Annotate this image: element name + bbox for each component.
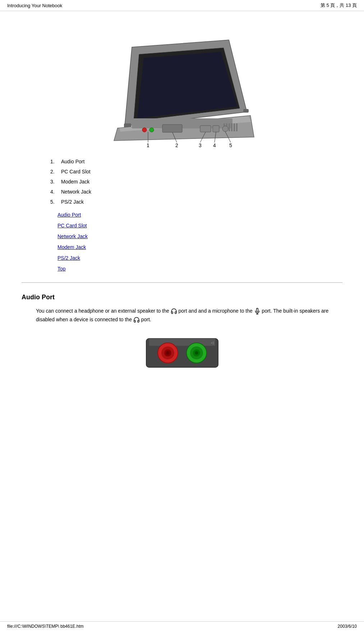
svg-point-9: [142, 128, 147, 132]
svg-text:1: 1: [147, 142, 149, 148]
item-num-5: 5.: [50, 199, 61, 205]
callout-numbers: 1 2 3 4 5: [147, 142, 232, 148]
item-num-3: 3.: [50, 179, 61, 185]
headphone-icon: [171, 308, 177, 314]
svg-rect-6: [231, 123, 232, 131]
body-text-1: You can connect a headphone or an extern…: [36, 308, 171, 314]
page-info: 第 5 頁，共 13 頁: [321, 2, 357, 9]
svg-text:2: 2: [175, 142, 178, 148]
items-list: 1. Audio Port 2. PC Card Slot 3. Modem J…: [50, 159, 342, 205]
main-content: 1 2 3 4 5 1. Audio Port 2. PC Card Slot …: [0, 11, 364, 407]
svg-rect-5: [229, 123, 230, 131]
page-header: Introducing Your Notebook 第 5 頁，共 13 頁: [0, 0, 364, 11]
body-text-4: port.: [141, 317, 151, 322]
link-top[interactable]: Top: [57, 266, 342, 272]
item-label-2: PC Card Slot: [61, 169, 91, 174]
item-num-1: 1.: [50, 159, 61, 164]
audio-port-section: Audio Port You can connect a headphone o…: [22, 294, 342, 374]
audio-port-body: You can connect a headphone or an extern…: [36, 307, 342, 324]
list-item-4: 4. Network Jack: [50, 189, 342, 195]
item-label-3: Modem Jack: [61, 179, 89, 185]
svg-rect-13: [213, 126, 219, 132]
list-item-2: 2. PC Card Slot: [50, 169, 342, 174]
svg-rect-1: [243, 109, 249, 113]
audio-port-title: Audio Port: [22, 294, 342, 301]
item-num-4: 4.: [50, 189, 61, 195]
svg-point-35: [195, 351, 198, 355]
section-divider: [22, 282, 342, 283]
svg-point-10: [149, 128, 154, 132]
svg-rect-8: [236, 123, 238, 131]
svg-point-31: [166, 351, 170, 355]
headphone-icon2: [133, 317, 140, 323]
link-ps2-jack[interactable]: PS/2 Jack: [57, 255, 342, 261]
body-text-2: port and and a microphone to the: [179, 308, 254, 314]
list-item-1: 1. Audio Port: [50, 159, 342, 164]
laptop-lid: [124, 40, 249, 128]
svg-rect-11: [162, 124, 182, 132]
svg-text:4: 4: [213, 142, 216, 148]
audio-port-image: ◁: [143, 331, 222, 374]
svg-text:3: 3: [199, 142, 202, 148]
item-label-4: Network Jack: [61, 189, 91, 195]
numbered-list: 1. Audio Port 2. PC Card Slot 3. Modem J…: [50, 159, 342, 205]
mic-icon: [254, 308, 261, 314]
link-modem-jack[interactable]: Modem Jack: [57, 244, 342, 250]
item-num-2: 2.: [50, 169, 61, 174]
item-label-5: PS/2 Jack: [61, 199, 84, 205]
svg-text:◁: ◁: [211, 341, 214, 345]
svg-text:5: 5: [229, 142, 232, 148]
list-item-3: 3. Modem Jack: [50, 179, 342, 185]
laptop-image: 1 2 3 4 5: [22, 26, 342, 148]
footer-date: 2003/6/10: [338, 624, 357, 629]
list-item-5: 5. PS/2 Jack: [50, 199, 342, 205]
audio-image-container: ◁: [22, 331, 342, 374]
svg-rect-7: [234, 123, 235, 131]
link-list: Audio Port PC Card Slot Network Jack Mod…: [57, 212, 342, 272]
link-pc-card-slot[interactable]: PC Card Slot: [57, 223, 342, 228]
page-footer: file:///C:\WINDOWS\TEMP\ bb461E.htm 2003…: [0, 621, 364, 631]
svg-rect-12: [200, 126, 211, 132]
footer-url: file:///C:\WINDOWS\TEMP\ bb461E.htm: [7, 624, 84, 629]
link-audio-port[interactable]: Audio Port: [57, 212, 342, 218]
link-network-jack[interactable]: Network Jack: [57, 233, 342, 239]
laptop-base: [114, 115, 254, 141]
item-label-1: Audio Port: [61, 159, 84, 164]
svg-point-14: [222, 126, 228, 132]
page-title: Introducing Your Notebook: [7, 3, 62, 8]
